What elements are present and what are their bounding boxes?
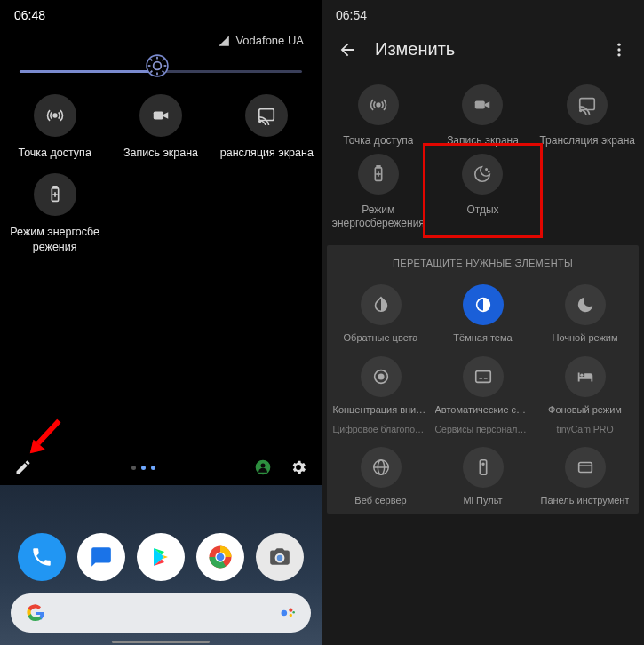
tile-sublabel: tinyCam PRO bbox=[556, 424, 613, 434]
tile-cast[interactable]: Трансляция экрана bbox=[536, 83, 639, 148]
google-g-icon bbox=[25, 602, 46, 624]
settings-button[interactable] bbox=[290, 458, 307, 476]
video-icon bbox=[151, 106, 171, 125]
tile-label: Фоновый режим bbox=[548, 404, 622, 416]
tile-label: Автоматические суб… bbox=[435, 404, 531, 416]
svg-rect-36 bbox=[377, 166, 380, 168]
svg-rect-12 bbox=[259, 109, 274, 121]
svg-point-39 bbox=[486, 169, 487, 170]
tile-screen-record[interactable]: Запись экрана bbox=[432, 83, 535, 148]
assistant-icon[interactable] bbox=[279, 604, 297, 622]
qs-label: Запись экрана bbox=[123, 146, 198, 161]
qs-label: Режим энергосбе режения bbox=[10, 225, 99, 255]
svg-rect-51 bbox=[480, 459, 486, 474]
back-button[interactable] bbox=[338, 40, 357, 60]
captions-icon bbox=[473, 367, 493, 386]
dock-chrome[interactable] bbox=[196, 533, 244, 581]
dock-messages[interactable] bbox=[77, 533, 125, 581]
status-time: 06:48 bbox=[14, 8, 45, 22]
avail-tile-dark-theme[interactable]: Тёмная тема bbox=[433, 283, 533, 346]
tile-hotspot[interactable]: Точка доступа bbox=[327, 83, 430, 148]
user-button[interactable] bbox=[254, 458, 272, 476]
svg-point-52 bbox=[482, 463, 484, 465]
svg-point-26 bbox=[290, 614, 292, 617]
svg-rect-32 bbox=[475, 100, 485, 108]
signal-icon bbox=[218, 35, 230, 47]
tile-label: Обратные цвета bbox=[344, 332, 418, 344]
qs-label: рансляция экрана bbox=[220, 146, 314, 161]
tile-sublabel: Цифровое благопол… bbox=[333, 424, 429, 434]
video-icon bbox=[473, 95, 492, 115]
tile-label: Режим энергосбережения bbox=[332, 203, 425, 229]
page-dots bbox=[131, 466, 155, 470]
svg-point-25 bbox=[289, 609, 292, 612]
brightness-slider[interactable] bbox=[0, 49, 322, 82]
qs-tile-screen-record[interactable]: Запись экрана bbox=[109, 91, 211, 164]
tile-bedtime[interactable]: Отдых bbox=[432, 152, 535, 231]
bed-icon bbox=[576, 367, 595, 386]
avail-tile-night-mode[interactable]: Ночной режим bbox=[535, 283, 635, 346]
tile-label: Трансляция экрана bbox=[539, 134, 635, 147]
search-bar[interactable] bbox=[11, 593, 311, 633]
svg-point-47 bbox=[580, 374, 583, 377]
svg-rect-53 bbox=[578, 462, 592, 472]
dock-phone[interactable] bbox=[18, 533, 66, 581]
qs-tile-hotspot[interactable]: Точка доступа bbox=[4, 91, 106, 164]
svg-point-19 bbox=[261, 463, 266, 467]
cast-icon bbox=[257, 106, 276, 125]
qs-tile-battery-saver[interactable]: Режим энергосбе режения bbox=[4, 170, 106, 259]
tile-sublabel: Сервисы персонали… bbox=[435, 424, 531, 434]
svg-point-24 bbox=[282, 610, 288, 617]
home-screen bbox=[0, 485, 322, 645]
moon-icon bbox=[576, 295, 595, 315]
svg-point-43 bbox=[378, 375, 384, 380]
battery-icon bbox=[369, 164, 388, 184]
dock-playstore[interactable] bbox=[137, 533, 185, 581]
avail-tile-toolbar[interactable]: Панель инструмент bbox=[535, 445, 635, 508]
dock-camera[interactable] bbox=[256, 533, 304, 581]
avail-tile-web-server[interactable]: Веб сервер bbox=[330, 445, 431, 508]
carrier-row: Vodafone UA bbox=[0, 30, 322, 49]
tile-label: Ночной режим bbox=[552, 332, 617, 344]
avail-tile-mi-remote[interactable]: Mi Пульт bbox=[433, 445, 533, 508]
brightness-thumb-icon[interactable] bbox=[146, 54, 169, 77]
more-button[interactable] bbox=[610, 41, 628, 59]
nav-bar[interactable] bbox=[112, 641, 210, 643]
dark-theme-icon bbox=[473, 295, 493, 315]
tile-label: Веб сервер bbox=[354, 495, 406, 506]
svg-point-29 bbox=[617, 48, 620, 51]
cast-icon bbox=[577, 95, 597, 115]
svg-point-22 bbox=[216, 553, 224, 561]
bedtime-icon bbox=[473, 164, 492, 184]
avail-tile-focus[interactable]: Концентрация вним… Цифровое благопол… bbox=[330, 354, 431, 435]
drag-section-title: ПЕРЕТАЩИТЕ НУЖНЫЕ ЭЛЕМЕНТЫ bbox=[327, 258, 639, 268]
page-title: Изменить bbox=[375, 39, 592, 60]
svg-point-27 bbox=[292, 611, 295, 614]
svg-point-10 bbox=[53, 114, 57, 117]
hotspot-icon bbox=[369, 95, 388, 115]
target-icon bbox=[371, 367, 391, 386]
svg-rect-15 bbox=[53, 187, 57, 188]
svg-point-30 bbox=[617, 53, 620, 56]
svg-rect-44 bbox=[475, 371, 490, 383]
svg-point-40 bbox=[489, 171, 489, 172]
status-time: 06:54 bbox=[336, 8, 367, 22]
toolbar-icon bbox=[576, 458, 595, 477]
edit-button[interactable] bbox=[14, 458, 32, 476]
avail-tile-invert-colors[interactable]: Обратные цвета bbox=[330, 283, 431, 346]
tile-label: Mi Пульт bbox=[463, 495, 502, 506]
hotspot-icon bbox=[45, 106, 65, 125]
carrier-label: Vodafone UA bbox=[235, 34, 304, 47]
battery-icon bbox=[45, 185, 65, 204]
avail-tile-background[interactable]: Фоновый режим tinyCam PRO bbox=[535, 354, 635, 435]
qs-tile-cast[interactable]: рансляция экрана bbox=[216, 91, 318, 164]
remote-icon bbox=[473, 458, 493, 477]
svg-rect-33 bbox=[580, 99, 595, 110]
svg-point-28 bbox=[617, 43, 620, 45]
svg-point-31 bbox=[377, 103, 380, 107]
invert-icon bbox=[371, 295, 391, 315]
tile-label: Концентрация вним… bbox=[333, 404, 429, 416]
tile-battery-saver[interactable]: Режим энергосбережения bbox=[327, 152, 430, 231]
svg-point-23 bbox=[276, 555, 282, 561]
avail-tile-captions[interactable]: Автоматические суб… Сервисы персонали… bbox=[433, 354, 533, 435]
